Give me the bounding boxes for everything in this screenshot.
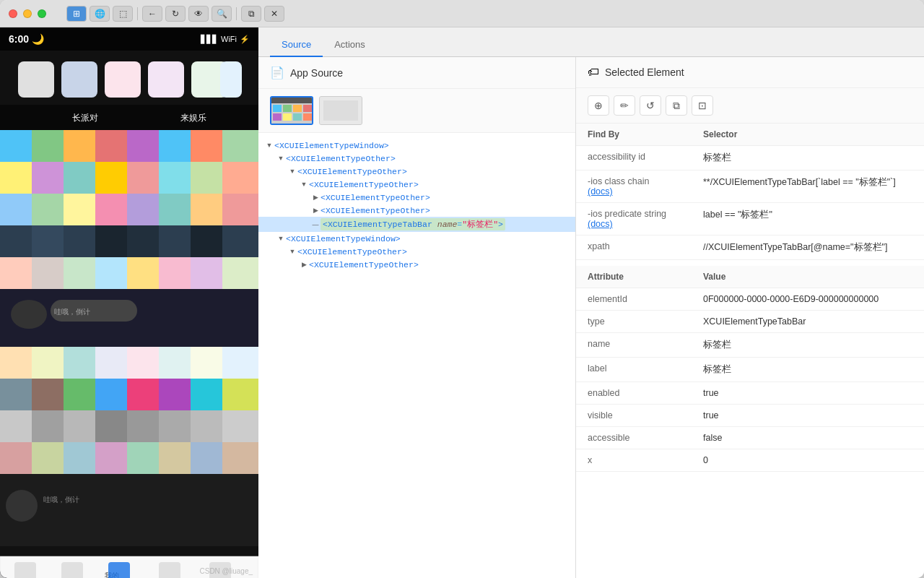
find-by-row-accessibility: accessibility id 标签栏 (576, 146, 924, 171)
tree-node-10[interactable]: ▶ <XCUIElementTypeOther> (258, 258, 575, 271)
svg-rect-42 (0, 257, 32, 289)
svg-rect-27 (64, 194, 95, 225)
attr-visible: visible (576, 405, 692, 427)
tab-source[interactable]: Source (270, 33, 323, 57)
tab-bar: Source Actions (258, 27, 924, 57)
tap-tool-btn[interactable]: ⊕ (588, 95, 609, 116)
search-tool-btn[interactable]: 🔍 (212, 6, 232, 22)
toggle-10[interactable]: ▶ (299, 259, 309, 269)
toggle-9[interactable]: ▼ (287, 246, 297, 256)
svg-rect-104 (293, 113, 302, 121)
find-by-sel-accessibility: 标签栏 (692, 146, 924, 171)
svg-rect-35 (32, 225, 64, 257)
tree-node-4[interactable]: ▼ <XCUIElementTypeOther> (258, 178, 575, 191)
svg-rect-67 (159, 379, 191, 410)
refresh-tool-btn[interactable]: ↺ (640, 95, 661, 116)
predicate-docs-link[interactable]: (docs) (588, 219, 613, 229)
screenshot-thumb-2[interactable] (319, 96, 362, 125)
tree-node-6[interactable]: ▶ <XCUIElementTypeOther> (258, 204, 575, 217)
status-time: 6:00 🌙 (9, 33, 44, 45)
attr-row-x: x 0 (576, 449, 924, 472)
svg-rect-85 (222, 442, 258, 474)
svg-rect-10 (32, 130, 64, 162)
tree-node-3[interactable]: ▼ <XCUIElementTypeOther> (258, 165, 575, 178)
svg-rect-12 (95, 130, 127, 162)
reload-tool-btn[interactable]: ↻ (165, 6, 186, 22)
find-by-col-header: Find By (576, 124, 692, 146)
svg-rect-3 (148, 61, 184, 98)
main-content: 6:00 🌙 ▋▋▋ WiFi ⚡ (0, 27, 924, 578)
svg-rect-41 (222, 225, 258, 257)
find-by-attr-xpath: xpath (576, 236, 692, 260)
wifi-icon: WiFi (221, 35, 237, 43)
label-10: <XCUIElementTypeOther> (309, 260, 419, 269)
more-tool-btn[interactable]: ⊡ (692, 95, 713, 116)
val-enabled: true (692, 382, 924, 405)
find-by-sel-predicate: label == "标签栏" (692, 203, 924, 236)
layout-tool-btn[interactable]: ⊞ (66, 6, 87, 22)
find-by-attr-predicate: -ios predicate string (docs) (576, 203, 692, 236)
properties-panel: 🏷 Selected Element ⊕ ✏ ↺ ⧉ ⊡ (576, 57, 924, 578)
screenshot-thumb-1[interactable] (270, 96, 313, 125)
eye-tool-btn[interactable]: 👁 (188, 6, 209, 22)
close-tool-btn[interactable]: ✕ (264, 6, 284, 22)
svg-rect-38 (127, 225, 159, 257)
status-icons: ▋▋▋ WiFi ⚡ (201, 35, 250, 44)
svg-rect-97 (271, 98, 313, 103)
copy-tool-btn[interactable]: ⧉ (666, 95, 687, 116)
tree-node-2[interactable]: ▼ <XCUIElementTypeOther> (258, 152, 575, 165)
toggle-6[interactable]: ▶ (310, 205, 321, 215)
toggle-7[interactable]: — (310, 220, 321, 230)
inspect-tool-btn[interactable]: ⬚ (113, 6, 133, 22)
svg-rect-73 (95, 410, 127, 442)
right-panel: Source Actions 📄 App Source (258, 27, 924, 578)
label-6: <XCUIElementTypeOther> (321, 206, 430, 215)
attr-row-visible: visible true (576, 405, 924, 427)
edit-tool-btn[interactable]: ✏ (614, 95, 635, 116)
tree-node-7[interactable]: — <XCUIElementTypeTabBar name="标签栏"> (258, 217, 575, 232)
svg-rect-28 (95, 194, 127, 225)
tree-node-9[interactable]: ▼ <XCUIElementTypeOther> (258, 245, 575, 258)
attributes-table: Attribute Value elementId 0F000000-0000-… (576, 266, 924, 472)
close-traffic-light[interactable] (9, 9, 17, 18)
tree-node-8[interactable]: ▼ <XCUIElementTypeWindow> (258, 232, 575, 245)
toggle-1[interactable]: ▼ (264, 140, 274, 150)
find-by-sel-xpath: //XCUIElementTypeTabBar[@name="标签栏"] (692, 236, 924, 260)
source-panel: 📄 App Source (258, 57, 576, 578)
toggle-2[interactable]: ▼ (276, 153, 286, 163)
label-8: <XCUIElementTypeWindow> (286, 234, 401, 243)
attr-col-header: Attribute (576, 266, 692, 288)
tree-node-5[interactable]: ▶ <XCUIElementTypeOther> (258, 191, 575, 204)
value-col-header: Value (692, 266, 924, 288)
tree-node-1[interactable]: ▼ <XCUIElementTypeWindow> (258, 139, 575, 152)
toggle-4[interactable]: ▼ (299, 179, 309, 189)
toggle-5[interactable]: ▶ (310, 192, 321, 202)
properties-header: 🏷 Selected Element (576, 57, 924, 88)
globe-tool-btn[interactable]: 🌐 (90, 6, 110, 22)
svg-rect-54 (0, 347, 32, 379)
attr-name: name (576, 333, 692, 358)
minimize-traffic-light[interactable] (23, 9, 32, 18)
svg-rect-103 (283, 113, 292, 121)
screenshot-preview (258, 89, 575, 133)
maximize-traffic-light[interactable] (38, 9, 46, 18)
toolbar-separator-1 (137, 7, 138, 20)
svg-rect-83 (159, 442, 191, 474)
find-by-sel-class-chain: **/XCUIElementTypeTabBar[`label == "标签栏"… (692, 171, 924, 203)
label-4: <XCUIElementTypeOther> (309, 180, 419, 189)
svg-rect-21 (127, 162, 159, 194)
class-chain-docs-link[interactable]: (docs) (588, 186, 613, 197)
svg-rect-26 (32, 194, 64, 225)
svg-rect-44 (64, 257, 95, 289)
back-tool-btn[interactable]: ← (142, 6, 162, 22)
svg-rect-17 (0, 162, 32, 194)
tab-actions[interactable]: Actions (323, 33, 377, 57)
svg-rect-18 (32, 162, 64, 194)
toggle-8[interactable]: ▼ (276, 233, 286, 243)
svg-rect-13 (127, 130, 159, 162)
duplicate-tool-btn[interactable]: ⧉ (241, 6, 261, 22)
toggle-3[interactable]: ▼ (287, 166, 297, 176)
svg-rect-56 (64, 347, 95, 379)
svg-rect-78 (0, 442, 32, 474)
svg-rect-6 (0, 105, 258, 130)
